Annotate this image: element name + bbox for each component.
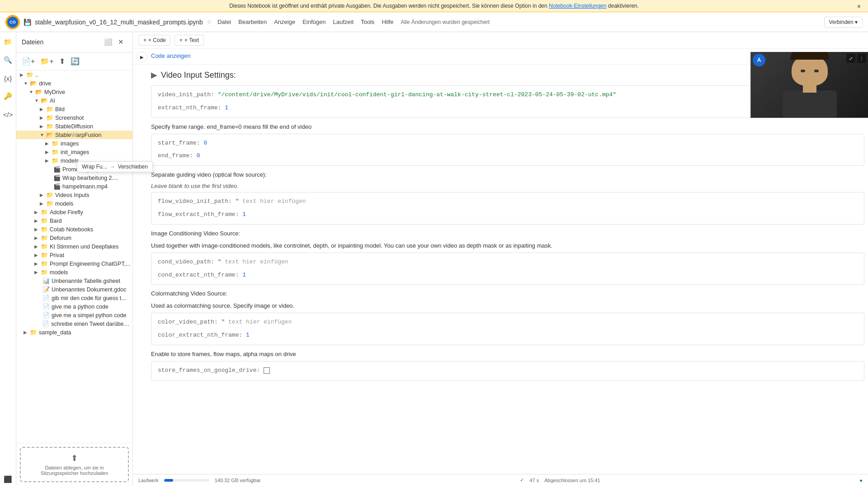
key-end-frame: end_frame: — [158, 152, 197, 159]
key-color-path: color_video_path: — [158, 319, 221, 325]
tree-item-give-me-simpel[interactable]: 📄 give me a simpel python code — [16, 311, 132, 319]
upload-btn[interactable]: ⬆ — [57, 55, 67, 67]
tree-label-ai: AI — [50, 98, 55, 104]
storage-available: 140.32 GB verfügbar — [215, 478, 261, 483]
tree-item-init-images[interactable]: ▶ 📁 init_images — [16, 148, 132, 156]
menu-laufzeit[interactable]: Laufzeit — [333, 19, 354, 25]
key-cond-extract: cond_extract_nth_frame: — [158, 272, 242, 278]
key-video-init: video_init_path: — [158, 91, 218, 98]
star-icon[interactable]: ☆ — [207, 19, 212, 25]
code-line-flow-path: flow_video_init_path: " text hier einfüg… — [158, 197, 858, 206]
cell-body-color: color_video_path: " text hier einfügen c… — [151, 313, 864, 345]
menu-hilfe[interactable]: Hilfe — [382, 19, 393, 25]
notification-close[interactable]: × — [857, 3, 861, 10]
secrets-icon-btn[interactable]: 🔑 — [2, 90, 14, 103]
key-flow-path: flow_video_init_path: — [158, 198, 236, 205]
tree-item-hampelmann[interactable]: 🎬 hampelmann.mp4 — [16, 182, 132, 191]
new-folder-btn[interactable]: 📁+ — [38, 55, 55, 67]
variables-icon-btn[interactable]: {x} — [2, 72, 14, 84]
tree-item-adobe-firefly[interactable]: ▶ 📁 Adobe Firefly — [16, 208, 132, 216]
file-icon-unbenannte-doc: 📝 — [42, 286, 50, 293]
tree-item-bard[interactable]: ▶ 📁 Bard — [16, 216, 132, 225]
code-line-start-frame: start_frame: 0 — [158, 139, 858, 148]
tree-item-deforum[interactable]: ▶ 📁 Deforum — [16, 234, 132, 242]
file-icon-hampelmann: 🎬 — [53, 183, 61, 190]
tree-item-schreibe-tweet[interactable]: 📄 schreibe einen Tweet darüber ... — [16, 319, 132, 328]
arrow-drive: ▼ — [24, 81, 30, 86]
file-tree: ▶ 📁 .. ▼ 📂 drive ▼ 📂 MyDrive ▼ — [16, 70, 132, 443]
checkbox-store[interactable] — [264, 367, 270, 374]
refresh-btn[interactable]: 🔄 — [69, 55, 81, 67]
sep-video-title: Separate guiding video (optical flow sou… — [133, 169, 868, 182]
sidebar-expand-btn[interactable]: ⬜ — [102, 36, 114, 48]
colormatch-title: Colormatching Video Source: — [133, 288, 868, 300]
tree-item-videos-inputs[interactable]: ▶ 📁 Videos Inputs — [16, 191, 132, 199]
tree-item-privat[interactable]: ▶ 📁 Privat — [16, 251, 132, 259]
terminal-icon-btn[interactable]: ⬛ — [2, 473, 14, 486]
tree-item-unbenannte-doc[interactable]: 📝 Unbenanntes Dokument.gdoc — [16, 285, 132, 294]
tree-label-give-me-simpel: give me a simpel python code — [52, 312, 126, 319]
tree-item-images[interactable]: ▶ 📁 images — [16, 139, 132, 148]
tree-item-wrap[interactable]: 🎬 Wrap bearbeitung 2.... — [16, 174, 132, 182]
cam-avatar: A — [753, 54, 765, 66]
tree-item-screenshot[interactable]: ▶ 📁 Screenshot — [16, 113, 132, 122]
cell-run-button[interactable]: ▶ — [137, 52, 147, 62]
menu-anzeige[interactable]: Anzeige — [274, 19, 295, 25]
menu-tools[interactable]: Tools — [361, 19, 374, 25]
tree-item-stablewarpfusion[interactable]: ▼ 📂 StableWarpFusion — [16, 131, 132, 139]
menu-datei[interactable]: Datei — [217, 19, 231, 25]
arrow-bard: ▶ — [34, 218, 41, 223]
menu-bearbeiten[interactable]: Bearbeiten — [238, 19, 267, 25]
add-code-button[interactable]: + + Code — [138, 35, 171, 46]
tree-label-unbenannte-tabelle: Unbenannte Tabelle.gsheet — [52, 278, 120, 284]
img-cond-title: Image Conditioning Video Source: — [133, 228, 868, 240]
cell-content-frames: start_frame: 0 end_frame: 0 — [151, 134, 864, 166]
tree-item-gib-mir-den-code[interactable]: 📄 gib mir den code für guess t... — [16, 294, 132, 302]
tree-item-ai[interactable]: ▼ 📂 AI — [16, 96, 132, 105]
code-show-link[interactable]: Code anzeigen — [151, 51, 190, 59]
drop-zone[interactable]: ⬆ Dateien ablegen, um sie in Sitzungsspe… — [20, 447, 129, 482]
tooltip-action[interactable]: Verschieben — [118, 164, 148, 170]
tree-label-sample-data: sample_data — [39, 329, 71, 336]
tree-label-mydrive: MyDrive — [44, 89, 65, 95]
menu-einfuegen[interactable]: Einfügen — [302, 19, 326, 25]
add-text-button[interactable]: + + Text — [175, 35, 204, 46]
folder-icon-models-sub: 📁 — [52, 157, 59, 164]
folder-icon-models2: 📁 — [46, 200, 53, 207]
tree-item-bild[interactable]: ▶ 📁 Bild — [16, 105, 132, 113]
tree-label-stablewarpfusion: StableWarpFusion — [55, 132, 101, 138]
tree-item-models3[interactable]: ▶ 📁 models — [16, 268, 132, 277]
tree-label-gib-mir-den-code: gib mir den code für guess t... — [52, 295, 126, 301]
tree-item-dotdot[interactable]: ▶ 📁 .. — [16, 70, 132, 79]
tree-item-mydrive[interactable]: ▼ 📂 MyDrive — [16, 88, 132, 96]
notification-bar: Dieses Notebook ist geöffnet und enthält… — [0, 0, 868, 12]
files-icon-btn[interactable]: 📁 — [2, 36, 14, 48]
tree-item-give-me-python[interactable]: 📄 give me a python code — [16, 302, 132, 311]
tree-item-prompt-engineering[interactable]: ▶ 📁 Prompt Engineering ChatGPT,... — [16, 259, 132, 268]
notification-link[interactable]: Notebook-Einstellungen — [549, 3, 606, 9]
tree-item-ki-stimmen[interactable]: ▶ 📁 KI Stimmen und Deepfakes — [16, 242, 132, 251]
tree-item-unbenannte-tabelle[interactable]: 📊 Unbenannte Tabelle.gsheet — [16, 277, 132, 285]
cam-menu-btn[interactable]: ⋮ — [857, 54, 866, 63]
sidebar-bottom: ⬆ Dateien ablegen, um sie in Sitzungsspe… — [16, 443, 132, 486]
connect-button[interactable]: Verbinden ▾ — [824, 17, 863, 28]
placeholder-color-path[interactable]: text hier einfügen — [228, 319, 292, 325]
tree-item-stablediffusion[interactable]: ▶ 📁 StableDiffusion — [16, 122, 132, 131]
tree-item-models2[interactable]: ▶ 📁 models — [16, 199, 132, 208]
file-icon-give-me-python: 📄 — [42, 303, 50, 310]
placeholder-flow-path[interactable]: text hier einfügen — [242, 198, 306, 205]
sidebar-close-btn[interactable]: ✕ — [114, 36, 127, 48]
tree-item-drive[interactable]: ▼ 📂 drive — [16, 79, 132, 88]
tree-label-models3: models — [50, 269, 68, 276]
tree-item-colab-notebooks[interactable]: ▶ 📁 Colab Notebooks — [16, 225, 132, 234]
check-icon: ✓ — [520, 477, 524, 483]
cam-expand-btn[interactable]: ⤢ — [846, 54, 855, 63]
folder-icon-mydrive: 📂 — [35, 89, 42, 95]
new-file-btn[interactable]: 📄+ — [20, 55, 37, 67]
placeholder-cond-path[interactable]: text hier einfügen — [225, 258, 288, 265]
code-snippets-icon-btn[interactable]: </> — [2, 108, 14, 121]
search-icon-btn[interactable]: 🔍 — [2, 54, 14, 66]
arrow-dotdot: ▶ — [20, 72, 26, 77]
tree-item-sample-data[interactable]: ▶ 📁 sample_data — [16, 328, 132, 337]
section-chevron[interactable]: ▶ — [151, 70, 157, 80]
